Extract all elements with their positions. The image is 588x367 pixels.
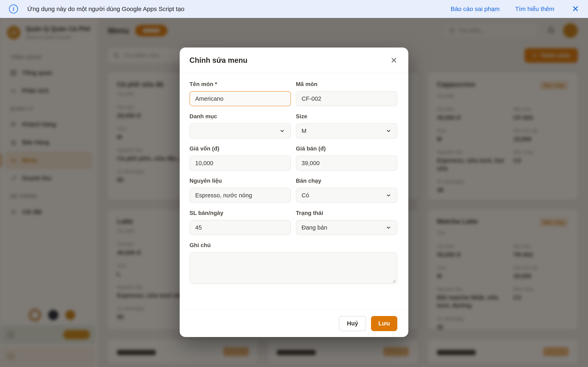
field-size: Size M — [296, 113, 397, 138]
banner-close-icon[interactable]: ✕ — [572, 5, 579, 13]
field-ma-mon: Mã món — [296, 81, 397, 106]
field-label: Nguyên liệu — [190, 178, 291, 184]
field-ghi-chu: Ghi chú — [190, 242, 397, 285]
field-nguyen-lieu: Nguyên liệu — [190, 178, 291, 203]
field-danh-muc: Danh mục — [190, 113, 291, 138]
gas-banner: i Ứng dụng này do một người dùng Google … — [0, 0, 588, 18]
gia-von-input[interactable] — [190, 156, 291, 171]
field-label: Bán chạy — [296, 178, 397, 184]
report-abuse-link[interactable]: Báo cáo sai phạm — [450, 6, 500, 12]
chevron-down-icon — [385, 192, 392, 198]
info-icon: i — [9, 4, 18, 13]
field-label: Trạng thái — [296, 210, 397, 216]
danh-muc-select[interactable] — [190, 123, 291, 138]
field-ten-mon: Tên món * — [190, 81, 291, 106]
cancel-button[interactable]: Huỷ — [339, 316, 366, 331]
gia-ban-input[interactable] — [296, 156, 397, 171]
ten-mon-input[interactable] — [190, 91, 291, 106]
field-label: Giá bán (đ) — [296, 145, 397, 152]
field-label: SL bán/ngày — [190, 210, 291, 216]
field-label: Tên món * — [190, 81, 291, 87]
field-label: Size — [296, 113, 397, 120]
field-gia-von: Giá vốn (đ) — [190, 145, 291, 171]
field-sl-ban-ngay: SL bán/ngày — [190, 210, 291, 235]
field-label: Danh mục — [190, 113, 291, 120]
ma-mon-input[interactable] — [296, 91, 397, 106]
ban-chay-select[interactable]: Có — [296, 188, 397, 203]
modal-close-icon[interactable]: ✕ — [390, 56, 397, 64]
chevron-down-icon — [385, 225, 392, 231]
field-label: Ghi chú — [190, 242, 397, 249]
field-label: Giá vốn (đ) — [190, 145, 291, 152]
trang-thai-select[interactable]: Đang bán — [296, 220, 397, 235]
field-label: Mã món — [296, 81, 397, 87]
save-button[interactable]: Lưu — [371, 316, 397, 331]
chevron-down-icon — [279, 128, 285, 134]
size-select[interactable]: M — [296, 123, 397, 138]
ghi-chu-textarea[interactable] — [190, 252, 397, 284]
field-gia-ban: Giá bán (đ) — [296, 145, 397, 171]
edit-menu-modal: Chỉnh sửa menu ✕ Tên món * Mã món Danh m… — [180, 48, 408, 337]
field-ban-chay: Bán chạy Có — [296, 178, 397, 203]
screen: i Ứng dụng này do một người dùng Google … — [0, 0, 588, 367]
banner-message: Ứng dụng này do một người dùng Google Ap… — [27, 6, 184, 12]
chevron-down-icon — [385, 128, 392, 134]
modal-title: Chỉnh sửa menu — [190, 56, 247, 65]
field-trang-thai: Trạng thái Đang bán — [296, 210, 397, 235]
sl-ban-ngay-input[interactable] — [190, 220, 291, 235]
learn-more-link[interactable]: Tìm hiểu thêm — [515, 6, 554, 12]
nguyen-lieu-input[interactable] — [190, 188, 291, 203]
